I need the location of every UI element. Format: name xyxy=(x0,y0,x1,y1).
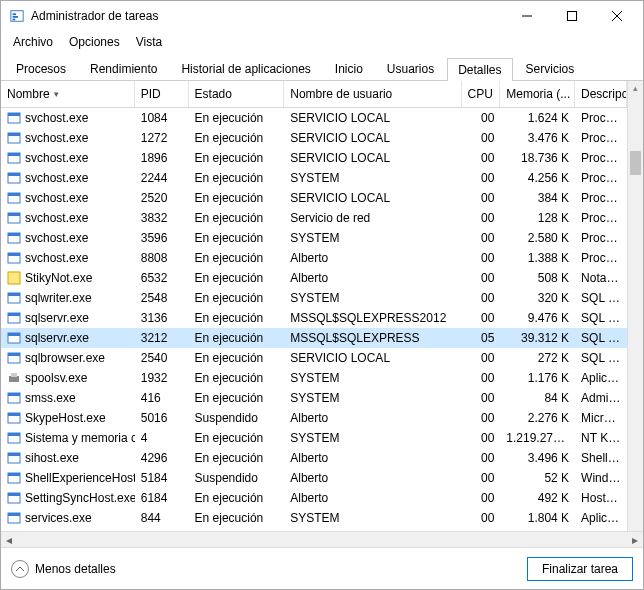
tab-services[interactable]: Servicios xyxy=(515,57,586,80)
process-state: En ejecución xyxy=(189,190,285,206)
svg-rect-30 xyxy=(8,333,20,336)
table-row[interactable]: svchost.exe3596En ejecuciónSYSTEM002.580… xyxy=(1,228,627,248)
table-row[interactable]: svchost.exe2244En ejecuciónSYSTEM004.256… xyxy=(1,168,627,188)
process-pid: 1272 xyxy=(135,130,189,146)
table-row[interactable]: sqlservr.exe3136En ejecuciónMSSQL$SQLEXP… xyxy=(1,308,627,328)
menu-options[interactable]: Opciones xyxy=(61,33,128,51)
process-memory: 272 K xyxy=(500,350,575,366)
process-state: En ejecución xyxy=(189,370,285,386)
table-row[interactable]: sqlbrowser.exe2540En ejecuciónSERVICIO L… xyxy=(1,348,627,368)
menu-file[interactable]: Archivo xyxy=(5,33,61,51)
end-task-button[interactable]: Finalizar tarea xyxy=(527,557,633,581)
table-row[interactable]: svchost.exe8808En ejecuciónAlberto001.38… xyxy=(1,248,627,268)
svg-rect-36 xyxy=(8,393,20,396)
task-manager-window: Administrador de tareas Archivo Opciones… xyxy=(0,0,644,590)
svg-rect-5 xyxy=(567,12,576,21)
process-desc: Proceso xyxy=(575,230,627,246)
process-name: smss.exe xyxy=(25,391,76,405)
col-pid[interactable]: PID xyxy=(135,81,189,107)
process-icon xyxy=(7,251,21,265)
chevron-up-icon xyxy=(11,560,29,578)
process-state: Suspendido xyxy=(189,410,285,426)
tab-performance[interactable]: Rendimiento xyxy=(79,57,168,80)
tab-startup[interactable]: Inicio xyxy=(324,57,374,80)
process-user: SYSTEM xyxy=(284,290,461,306)
table-row[interactable]: Sistema y memoria c...4En ejecuciónSYSTE… xyxy=(1,428,627,448)
process-icon xyxy=(7,491,21,505)
titlebar[interactable]: Administrador de tareas xyxy=(1,1,643,31)
table-row[interactable]: ShellExperienceHost....5184SuspendidoAlb… xyxy=(1,468,627,488)
menu-view[interactable]: Vista xyxy=(128,33,170,51)
process-memory: 52 K xyxy=(500,470,575,486)
tab-app-history[interactable]: Historial de aplicaciones xyxy=(170,57,321,80)
table-row[interactable]: StikyNot.exe6532En ejecuciónAlberto00508… xyxy=(1,268,627,288)
table-row[interactable]: svchost.exe2520En ejecuciónSERVICIO LOCA… xyxy=(1,188,627,208)
process-desc: Proceso xyxy=(575,170,627,186)
process-state: Suspendido xyxy=(189,470,285,486)
process-icon xyxy=(7,271,21,285)
minimize-button[interactable] xyxy=(504,2,549,30)
close-button[interactable] xyxy=(594,2,639,30)
process-icon xyxy=(7,391,21,405)
vertical-scrollbar[interactable]: ▴ xyxy=(627,81,643,531)
table-row[interactable]: svchost.exe3832En ejecuciónServicio de r… xyxy=(1,208,627,228)
col-description[interactable]: Descripc xyxy=(575,81,627,107)
process-user: SERVICIO LOCAL xyxy=(284,150,461,166)
process-state: En ejecución xyxy=(189,130,285,146)
process-icon xyxy=(7,231,21,245)
process-pid: 6532 xyxy=(135,270,189,286)
process-icon xyxy=(7,151,21,165)
horizontal-scrollbar[interactable]: ◂ ▸ xyxy=(1,531,643,547)
svg-rect-48 xyxy=(8,513,20,516)
process-memory: 2.276 K xyxy=(500,410,575,426)
maximize-button[interactable] xyxy=(549,2,594,30)
table-row[interactable]: svchost.exe1272En ejecuciónSERVICIO LOCA… xyxy=(1,128,627,148)
table-row[interactable]: svchost.exe1084En ejecuciónSERVICIO LOCA… xyxy=(1,108,627,128)
process-state: En ejecución xyxy=(189,490,285,506)
tab-details[interactable]: Detalles xyxy=(447,58,512,81)
process-memory: 1.219.272 K xyxy=(500,430,575,446)
tab-processes[interactable]: Procesos xyxy=(5,57,77,80)
table-row[interactable]: SkypeHost.exe5016SuspendidoAlberto002.27… xyxy=(1,408,627,428)
process-icon xyxy=(7,291,21,305)
col-memory[interactable]: Memoria (... xyxy=(500,81,575,107)
process-state: En ejecución xyxy=(189,150,285,166)
process-pid: 2244 xyxy=(135,170,189,186)
process-memory: 128 K xyxy=(500,210,575,226)
process-desc: SQL Serv xyxy=(575,330,627,346)
process-icon xyxy=(7,411,21,425)
table-row[interactable]: sihost.exe4296En ejecuciónAlberto003.496… xyxy=(1,448,627,468)
table-row[interactable]: svchost.exe1896En ejecuciónSERVICIO LOCA… xyxy=(1,148,627,168)
fewer-details-button[interactable]: Menos detalles xyxy=(11,560,116,578)
table-row[interactable]: SettingSyncHost.exe6184En ejecuciónAlber… xyxy=(1,488,627,508)
col-user[interactable]: Nombre de usuario xyxy=(284,81,461,107)
process-state: En ejecución xyxy=(189,230,285,246)
tab-users[interactable]: Usuarios xyxy=(376,57,445,80)
process-cpu: 00 xyxy=(462,170,501,186)
process-state: En ejecución xyxy=(189,510,285,526)
process-desc: SQL Brov xyxy=(575,350,627,366)
process-icon xyxy=(7,371,21,385)
process-memory: 3.496 K xyxy=(500,450,575,466)
process-user: Alberto xyxy=(284,450,461,466)
process-icon xyxy=(7,191,21,205)
process-user: Alberto xyxy=(284,410,461,426)
col-state[interactable]: Estado xyxy=(189,81,285,107)
table-row[interactable]: services.exe844En ejecuciónSYSTEM001.804… xyxy=(1,508,627,528)
scroll-thumb[interactable] xyxy=(630,151,641,175)
table-row[interactable]: sqlservr.exe3212En ejecuciónMSSQL$SQLEXP… xyxy=(1,328,627,348)
table-row[interactable]: spoolsv.exe1932En ejecuciónSYSTEM001.176… xyxy=(1,368,627,388)
process-name: sqlbrowser.exe xyxy=(25,351,105,365)
process-desc: Proceso xyxy=(575,210,627,226)
process-pid: 4 xyxy=(135,430,189,446)
table-row[interactable]: smss.exe416En ejecuciónSYSTEM0084 KAdmin… xyxy=(1,388,627,408)
process-desc: Host Prc xyxy=(575,490,627,506)
process-desc: Shell Infi xyxy=(575,450,627,466)
table-row[interactable]: sqlwriter.exe2548En ejecuciónSYSTEM00320… xyxy=(1,288,627,308)
process-memory: 1.624 K xyxy=(500,110,575,126)
process-name: ShellExperienceHost.... xyxy=(25,471,135,485)
svg-rect-26 xyxy=(8,293,20,296)
svg-rect-17 xyxy=(8,193,20,196)
col-name[interactable]: Nombre▾ xyxy=(1,81,135,107)
col-cpu[interactable]: CPU xyxy=(462,81,501,107)
